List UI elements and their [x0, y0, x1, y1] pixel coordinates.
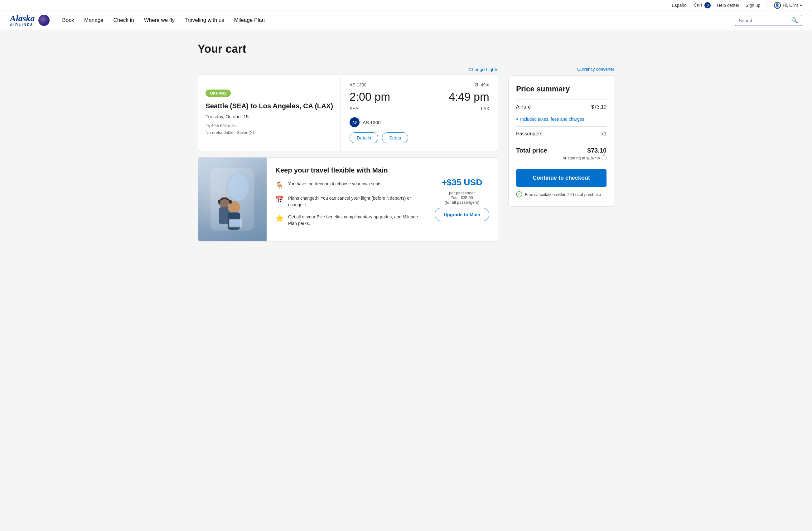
route-title: Seattle (SEA) to Los Angeles, CA (LAX)	[205, 102, 333, 111]
change-flights-link[interactable]: Change flights	[468, 67, 498, 72]
feature-cancel-text: Plans changed? You can cancel your fligh…	[288, 195, 419, 208]
nav-mileage-plan[interactable]: Mileage Plan	[234, 17, 265, 24]
nav-book[interactable]: Book	[62, 17, 74, 24]
cart-main: Change flights One way Seattle (SEA) to …	[198, 67, 498, 242]
passengers-label: Passengers	[516, 131, 542, 137]
depart-time: 2:00 pm	[350, 90, 390, 104]
total-monthly: or starting at $19/mo i	[563, 155, 607, 160]
total-value-area: $73.10 or starting at $19/mo i	[563, 147, 607, 160]
depart-airport: SEA	[350, 106, 358, 111]
cart-link[interactable]: Cart 0	[694, 2, 711, 9]
user-icon: 👤	[774, 2, 781, 9]
upgrade-title: Keep your travel flexible with Main	[275, 166, 419, 174]
page-content: Your cart Change flights One way Seattle…	[188, 30, 624, 254]
cart-sidebar: Currency converter Price summary Airfare…	[508, 67, 614, 206]
svg-rect-6	[218, 200, 220, 204]
main-nav: Alaska AIRLINES Book Manage Check in Whe…	[0, 11, 812, 30]
feature-seats: 🪑 You have the freedom to choose your ow…	[275, 181, 419, 189]
seats-button[interactable]: Seats	[382, 132, 408, 143]
check-circle-icon: ✓	[516, 191, 522, 198]
flight-times: 2:00 pm 4:49 pm	[350, 90, 489, 104]
svg-rect-7	[229, 200, 232, 204]
seat-icon: 🪑	[275, 181, 284, 189]
feature-cancel: 📅 Plans changed? You can cancel your fli…	[275, 195, 419, 208]
alaska-small-logo: AS	[350, 117, 360, 127]
upgrade-image-illustration	[198, 158, 266, 241]
logo-sub: AIRLINES	[10, 23, 34, 27]
user-menu[interactable]: 👤 Hi, Clint ▾	[774, 2, 802, 9]
help-center-link[interactable]: Help center	[717, 3, 739, 8]
flight-card-left: One way Seattle (SEA) to Los Angeles, CA…	[198, 75, 341, 151]
svg-rect-9	[230, 220, 241, 226]
alaska-logo[interactable]: Alaska AIRLINES	[10, 14, 34, 27]
chevron-down-icon: ▾	[516, 117, 518, 122]
flight-date: Tuesday, October 15	[205, 114, 333, 119]
nav-links: Book Manage Check in Where we fly Travel…	[62, 17, 735, 24]
arrive-airport: LAX	[481, 106, 489, 111]
nav-traveling-with-us[interactable]: Traveling with us	[185, 17, 224, 24]
passengers-value: x1	[601, 131, 607, 137]
flight-card-right: AS 1300 2h 49m 2:00 pm 4:49 pm SEA LAX A…	[341, 75, 498, 151]
taxes-fees-label: Included taxes, fees and charges	[520, 117, 584, 122]
feature-elite-text: Get all of your Elite benefits, complime…	[288, 214, 419, 227]
airfare-row: Airfare $73.10	[516, 100, 607, 114]
cart-label: Cart	[694, 2, 702, 8]
arrive-time: 4:49 pm	[449, 90, 489, 104]
star-icon: ⭐	[275, 214, 284, 223]
chevron-down-icon: ▾	[800, 3, 802, 8]
brand-flight-number: AS 1300	[363, 120, 381, 125]
airfare-value: $73.10	[591, 104, 607, 110]
flight-buttons: Details Seats	[350, 132, 489, 143]
nav-check-in[interactable]: Check in	[114, 17, 134, 24]
total-price: $73.10	[563, 147, 607, 154]
espanol-link[interactable]: Español	[672, 3, 687, 8]
price-summary-header: Currency converter	[508, 67, 614, 72]
cart-count: 0	[705, 2, 711, 9]
total-row: Total price $73.10 or starting at $19/mo…	[516, 141, 607, 163]
total-label: Total price	[516, 147, 547, 154]
upgrade-to-main-button[interactable]: Upgrade to Main	[435, 208, 490, 221]
logo-name: Alaska	[10, 14, 34, 23]
passengers-row: Passengers x1	[516, 126, 607, 141]
upgrade-pricing: +$35 USD per passenger Total $35.00 (for…	[427, 166, 489, 232]
search-input[interactable]	[739, 18, 788, 23]
logo-area: Alaska AIRLINES	[10, 14, 49, 27]
price-summary-title: Price summary	[516, 85, 607, 93]
one-way-badge: One way	[205, 89, 231, 97]
flight-number-label: AS 1300	[350, 82, 366, 87]
free-cancel: ✓ Free cancelation within 24 hrs of purc…	[516, 191, 607, 198]
oneworld-badge	[38, 15, 49, 26]
details-button[interactable]: Details	[350, 132, 378, 143]
search-box[interactable]: 🔍	[735, 15, 802, 26]
nav-manage[interactable]: Manage	[84, 17, 103, 24]
flight-duration: 2h 49m	[475, 82, 489, 87]
taxes-fees-link[interactable]: ▾ Included taxes, fees and charges	[516, 114, 607, 126]
free-cancel-text: Free cancelation within 24 hrs of purcha…	[525, 192, 601, 197]
currency-converter-link[interactable]: Currency converter	[577, 67, 614, 72]
flight-meta: 2h 49m 954 miles Non-refundable · Saver …	[205, 122, 333, 136]
flight-brand-row: AS AS 1300	[350, 117, 489, 127]
airport-row: SEA LAX	[350, 106, 489, 111]
info-icon[interactable]: i	[601, 155, 607, 160]
utility-divider: |	[767, 3, 768, 8]
continue-to-checkout-button[interactable]: Continue to checkout	[516, 169, 607, 187]
user-greeting: Hi, Clint	[783, 3, 798, 8]
flight-card: One way Seattle (SEA) to Los Angeles, CA…	[198, 74, 498, 151]
sign-up-link[interactable]: Sign up	[745, 3, 760, 8]
feature-elite: ⭐ Get all of your Elite benefits, compli…	[275, 214, 419, 227]
utility-bar: Español Cart 0 Help center Sign up | 👤 H…	[0, 0, 812, 11]
flight-line-icon	[395, 97, 444, 97]
monthly-text: or starting at $19/mo	[563, 156, 600, 160]
upgrade-price-main: +$35 USD	[442, 177, 482, 187]
airfare-label: Airfare	[516, 104, 531, 110]
upgrade-content: Keep your travel flexible with Main 🪑 Yo…	[266, 158, 498, 241]
upgrade-price-sub: per passenger Total $35.00 (for all pass…	[445, 191, 479, 205]
total-note: Total $35.00	[445, 195, 479, 200]
flight-number-row: AS 1300 2h 49m	[350, 82, 489, 87]
price-summary-card: Price summary Airfare $73.10 ▾ Included …	[508, 75, 614, 206]
cart-layout: Change flights One way Seattle (SEA) to …	[198, 67, 614, 242]
nav-where-we-fly[interactable]: Where we fly	[144, 17, 175, 24]
search-icon[interactable]: 🔍	[791, 17, 798, 24]
upgrade-image	[198, 158, 266, 241]
passenger-illustration	[201, 162, 263, 237]
